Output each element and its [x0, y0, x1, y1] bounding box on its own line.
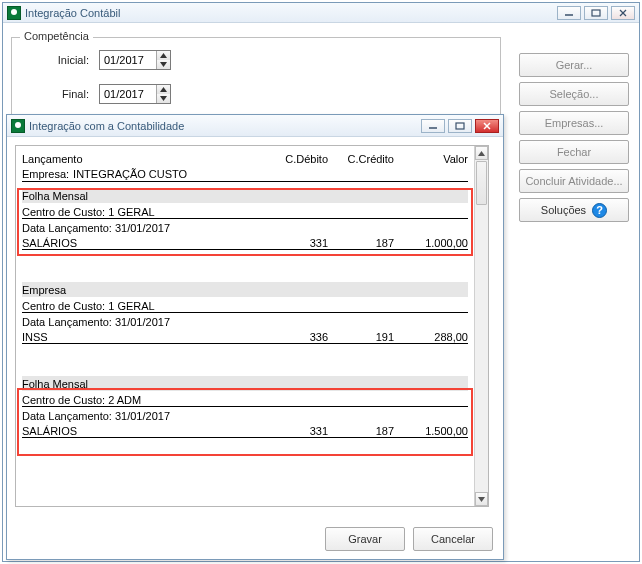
- selecao-button[interactable]: Seleção...: [519, 82, 629, 106]
- competencia-fieldset: Competência Inicial: Final:: [11, 37, 501, 115]
- svg-marker-6: [160, 87, 167, 92]
- main-title: Integração Contábil: [25, 7, 120, 19]
- report-area: Lançamento C.Débito C.Crédito Valor Empr…: [15, 145, 489, 507]
- solucoes-label: Soluções: [541, 204, 586, 216]
- app-icon: [7, 6, 21, 20]
- dialog-maximize-button[interactable]: [448, 119, 472, 133]
- svg-rect-9: [456, 123, 464, 129]
- gravar-button[interactable]: Gravar: [325, 527, 405, 551]
- inicial-down-icon[interactable]: [157, 60, 170, 69]
- final-up-icon[interactable]: [157, 85, 170, 94]
- group-data-label: Data Lançamento: 31/01/2017: [22, 316, 170, 328]
- dialog-app-icon: [11, 119, 25, 133]
- maximize-button[interactable]: [584, 6, 608, 20]
- fechar-button[interactable]: Fechar: [519, 140, 629, 164]
- competencia-legend: Competência: [20, 30, 93, 42]
- empresa-line: Empresa: INTEGRAÇÃO CUSTO: [22, 165, 468, 180]
- svg-marker-5: [160, 62, 167, 67]
- dialog-titlebar: Integração com a Contabilidade: [7, 115, 503, 137]
- svg-marker-4: [160, 53, 167, 58]
- dialog-title: Integração com a Contabilidade: [29, 120, 184, 132]
- entry-cred: 191: [328, 331, 394, 343]
- dialog-close-button[interactable]: [475, 119, 499, 133]
- entry-cred: 187: [328, 237, 394, 249]
- scroll-thumb[interactable]: [476, 161, 487, 205]
- svg-marker-12: [478, 151, 485, 156]
- entry-val: 1.000,00: [394, 237, 468, 249]
- columns-header: Lançamento C.Débito C.Crédito Valor: [22, 150, 468, 165]
- col-deb: C.Débito: [270, 153, 328, 165]
- group-data-label: Data Lançamento: 31/01/2017: [22, 410, 170, 422]
- final-spin[interactable]: [99, 84, 171, 104]
- report-content: Lançamento C.Débito C.Crédito Valor Empr…: [16, 146, 474, 506]
- group-folha-label: Folha Mensal: [22, 378, 88, 390]
- col-lanc: Lançamento: [22, 153, 270, 165]
- final-down-icon[interactable]: [157, 94, 170, 103]
- entry-descr: SALÁRIOS: [22, 425, 270, 437]
- empresas-button[interactable]: Empresas...: [519, 111, 629, 135]
- gerar-button[interactable]: Gerar...: [519, 53, 629, 77]
- inicial-label: Inicial:: [34, 54, 89, 66]
- main-titlebar: Integração Contábil: [3, 3, 639, 23]
- dialog-body: Lançamento C.Débito C.Crédito Valor Empr…: [7, 137, 503, 559]
- final-input[interactable]: [100, 85, 156, 103]
- group-centro-label: Centro de Custo: 1 GERAL: [22, 206, 155, 218]
- group-centro: Centro de Custo: 1 GERAL: [22, 297, 468, 312]
- group-centro-label: Centro de Custo: 1 GERAL: [22, 300, 155, 312]
- entry-descr: INSS: [22, 331, 270, 343]
- svg-rect-1: [592, 10, 600, 16]
- group-data: Data Lançamento: 31/01/2017: [22, 313, 468, 328]
- report-vscroll[interactable]: [474, 146, 488, 506]
- empresa-label: Empresa:: [22, 168, 69, 180]
- group-centro: Centro de Custo: 2 ADM: [22, 391, 468, 406]
- entry-cred: 187: [328, 425, 394, 437]
- inicial-arrows: [156, 51, 170, 69]
- entry-row: SALÁRIOS 331 187 1.000,00: [22, 234, 468, 249]
- entry-val: 288,00: [394, 331, 468, 343]
- col-cred: C.Crédito: [328, 153, 394, 165]
- minimize-button[interactable]: [557, 6, 581, 20]
- entry-deb: 331: [270, 237, 328, 249]
- group-folha: Folha Mensal: [22, 188, 468, 203]
- entry-descr: SALÁRIOS: [22, 237, 270, 249]
- dialog-buttons: Gravar Cancelar: [325, 527, 493, 551]
- concluir-button[interactable]: Concluir Atividade...: [519, 169, 629, 193]
- group-data: Data Lançamento: 31/01/2017: [22, 407, 468, 422]
- svg-marker-7: [160, 96, 167, 101]
- entry-val: 1.500,00: [394, 425, 468, 437]
- cancelar-button[interactable]: Cancelar: [413, 527, 493, 551]
- entry-row: SALÁRIOS 331 187 1.500,00: [22, 422, 468, 437]
- group-data-label: Data Lançamento: 31/01/2017: [22, 222, 170, 234]
- inicial-input[interactable]: [100, 51, 156, 69]
- col-val: Valor: [394, 153, 468, 165]
- inicial-spin[interactable]: [99, 50, 171, 70]
- right-buttons: Gerar... Seleção... Empresas... Fechar C…: [519, 53, 629, 222]
- group-centro: Centro de Custo: 1 GERAL: [22, 203, 468, 218]
- solucoes-button[interactable]: Soluções ?: [519, 198, 629, 222]
- group-folha-label: Folha Mensal: [22, 190, 88, 202]
- close-button[interactable]: [611, 6, 635, 20]
- entry-deb: 331: [270, 425, 328, 437]
- svg-marker-13: [478, 497, 485, 502]
- dialog-minimize-button[interactable]: [421, 119, 445, 133]
- contabilidade-dialog: Integração com a Contabilidade Lançament…: [6, 114, 504, 560]
- entry-deb: 336: [270, 331, 328, 343]
- help-icon: ?: [592, 203, 607, 218]
- scroll-up-icon[interactable]: [475, 146, 488, 160]
- final-arrows: [156, 85, 170, 103]
- final-label: Final:: [34, 88, 89, 100]
- group-empresa: Empresa: [22, 282, 468, 297]
- entry-row: INSS 336 191 288,00: [22, 328, 468, 343]
- group-data: Data Lançamento: 31/01/2017: [22, 219, 468, 234]
- scroll-down-icon[interactable]: [475, 492, 488, 506]
- group-centro-label: Centro de Custo: 2 ADM: [22, 394, 141, 406]
- group-empresa-label: Empresa: [22, 284, 66, 296]
- group-folha: Folha Mensal: [22, 376, 468, 391]
- empresa-name: INTEGRAÇÃO CUSTO: [73, 168, 187, 180]
- inicial-up-icon[interactable]: [157, 51, 170, 60]
